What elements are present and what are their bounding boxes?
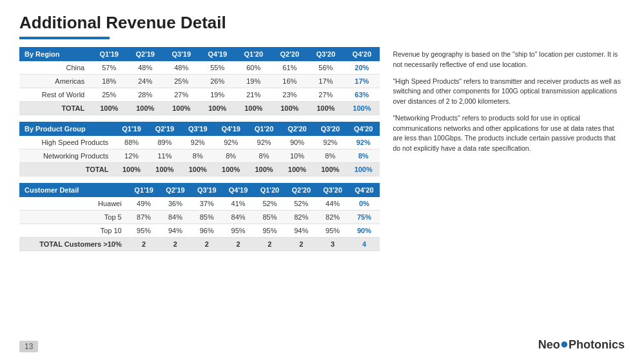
- slide: Additional Revenue Detail By Region Q1'1…: [0, 0, 644, 362]
- product-total-q319: 100%: [181, 163, 214, 176]
- region-americas-q420: 17%: [344, 75, 380, 88]
- product-header-q220: Q2'20: [280, 122, 313, 136]
- region-total-label: TOTAL: [19, 102, 91, 115]
- product-header-q219: Q2'19: [148, 122, 181, 136]
- top5-q320: 82%: [317, 211, 349, 224]
- product-total-label: TOTAL: [19, 163, 115, 176]
- product-header-q419: Q4'19: [215, 122, 248, 136]
- region-total-q420: 100%: [344, 102, 380, 115]
- product-header-label: By Product Group: [19, 122, 115, 136]
- huawei-q420: 0%: [348, 197, 380, 211]
- region-row-q120: 21%: [235, 88, 271, 102]
- top10-label: Top 10: [19, 224, 128, 238]
- region-americas-q120: 19%: [235, 75, 271, 88]
- hsp-q120: 92%: [248, 136, 280, 149]
- region-row-label: Rest of World: [19, 88, 91, 102]
- customer-header-q320: Q3'20: [317, 183, 349, 197]
- hsp-label: High Speed Products: [19, 136, 115, 149]
- region-total-q319: 100%: [163, 102, 199, 115]
- top10-q119: 95%: [128, 224, 160, 238]
- huawei-q320: 44%: [317, 197, 349, 211]
- page-title: Additional Revenue Detail: [19, 13, 625, 33]
- top5-q220: 82%: [286, 211, 317, 224]
- np-q419: 8%: [215, 149, 248, 163]
- region-china-q420: 20%: [344, 61, 380, 75]
- top5-q319: 85%: [191, 211, 222, 224]
- page-number: 13: [19, 341, 38, 352]
- region-row-q420: 63%: [344, 88, 380, 102]
- region-row-q419: 19%: [199, 88, 235, 102]
- top10-q120: 95%: [254, 224, 286, 238]
- region-americas-q320: 17%: [307, 75, 344, 88]
- table-row: TOTAL 100% 100% 100% 100% 100% 100% 100%…: [19, 102, 380, 115]
- product-header-q119: Q1'19: [115, 122, 148, 136]
- logo-neo-text: Neo: [538, 338, 560, 351]
- table-row: Top 10 95% 94% 96% 95% 95% 94% 95% 90%: [19, 224, 380, 238]
- np-q420: 8%: [347, 149, 380, 163]
- region-row-q319: 27%: [163, 88, 199, 102]
- huawei-q419: 41%: [222, 197, 254, 211]
- region-americas-q219: 24%: [127, 75, 163, 88]
- hsp-q420: 92%: [347, 136, 380, 149]
- np-q319: 8%: [181, 149, 214, 163]
- top5-q419: 84%: [222, 211, 254, 224]
- total-customers-q219: 2: [160, 238, 191, 251]
- logo: Neo●Photonics: [538, 336, 625, 352]
- region-header-q219: Q2'19: [127, 47, 163, 61]
- top5-q119: 87%: [128, 211, 160, 224]
- table-row: TOTAL Customers >10% 2 2 2 2 2 2 3 4: [19, 238, 380, 251]
- top10-q419: 95%: [222, 224, 254, 238]
- region-americas-q319: 25%: [163, 75, 199, 88]
- hsp-q320: 92%: [314, 136, 347, 149]
- region-row-q119: 25%: [91, 88, 127, 102]
- region-total-q120: 100%: [235, 102, 271, 115]
- hsp-q419: 92%: [215, 136, 248, 149]
- top10-q320: 95%: [317, 224, 349, 238]
- region-total-q419: 100%: [199, 102, 235, 115]
- region-china-q320: 56%: [307, 61, 344, 75]
- customer-header-q319: Q3'19: [191, 183, 222, 197]
- top5-label: Top 5: [19, 211, 128, 224]
- np-q120: 8%: [248, 149, 280, 163]
- region-header-q120: Q1'20: [235, 47, 271, 61]
- note-networking: "Networking Products" refers to products…: [393, 113, 625, 154]
- region-row-q220: 23%: [271, 88, 307, 102]
- note-high-speed: "High Speed Products" refers to transmit…: [393, 77, 625, 107]
- footer: 13 Neo●Photonics: [19, 336, 625, 352]
- np-q220: 10%: [280, 149, 313, 163]
- table-row: Networking Products 12% 11% 8% 8% 8% 10%…: [19, 149, 380, 163]
- region-total-q219: 100%: [127, 102, 163, 115]
- customer-header-q420: Q4'20: [348, 183, 380, 197]
- region-china-q319: 48%: [163, 61, 199, 75]
- region-americas-q419: 26%: [199, 75, 235, 88]
- hsp-q220: 90%: [280, 136, 313, 149]
- total-customers-q319: 2: [191, 238, 222, 251]
- np-q119: 12%: [115, 149, 148, 163]
- notes-area: Revenue by geography is based on the "sh…: [393, 47, 625, 332]
- by-product-table: By Product Group Q1'19 Q2'19 Q3'19 Q4'19…: [19, 122, 380, 176]
- title-underline: [19, 37, 110, 39]
- huawei-q319: 37%: [191, 197, 222, 211]
- table-row: Americas 18% 24% 25% 26% 19% 16% 17% 17%: [19, 75, 380, 88]
- customer-header-q220: Q2'20: [286, 183, 317, 197]
- np-q219: 11%: [148, 149, 181, 163]
- table-row: High Speed Products 88% 89% 92% 92% 92% …: [19, 136, 380, 149]
- customer-header-q219: Q2'19: [160, 183, 191, 197]
- region-china-label: China: [19, 61, 91, 75]
- region-americas-q119: 18%: [91, 75, 127, 88]
- region-total-q320: 100%: [307, 102, 344, 115]
- product-total-q119: 100%: [115, 163, 148, 176]
- product-header-q319: Q3'19: [181, 122, 214, 136]
- total-customers-label: TOTAL Customers >10%: [19, 238, 128, 251]
- content-area: By Region Q1'19 Q2'19 Q3'19 Q4'19 Q1'20 …: [19, 47, 625, 332]
- customer-header-label: Customer Detail: [19, 183, 128, 197]
- product-header-q320: Q3'20: [314, 122, 347, 136]
- customer-detail-table: Customer Detail Q1'19 Q2'19 Q3'19 Q4'19 …: [19, 183, 380, 251]
- top5-q420: 75%: [348, 211, 380, 224]
- region-header-q420: Q4'20: [344, 47, 380, 61]
- top10-q219: 94%: [160, 224, 191, 238]
- region-header-q119: Q1'19: [91, 47, 127, 61]
- region-china-q119: 57%: [91, 61, 127, 75]
- tables-area: By Region Q1'19 Q2'19 Q3'19 Q4'19 Q1'20 …: [19, 47, 380, 332]
- product-total-q420: 100%: [347, 163, 380, 176]
